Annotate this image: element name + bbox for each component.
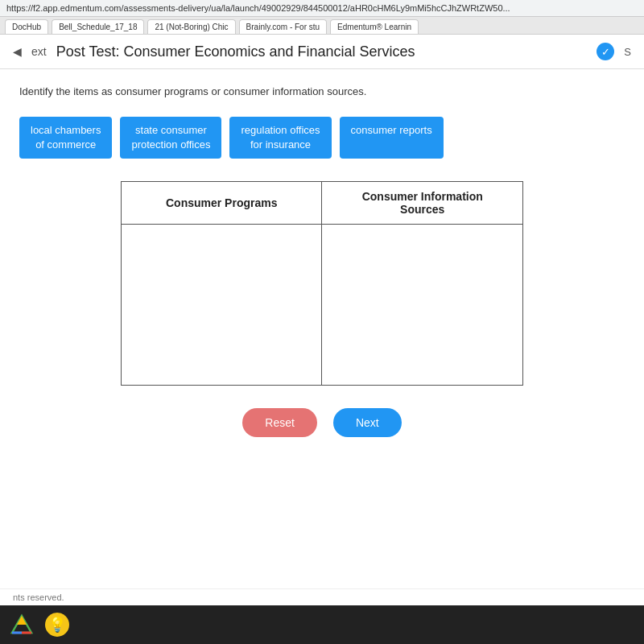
tab-21-boring[interactable]: 21 (Not-Boring) Chic bbox=[147, 19, 235, 34]
tab-brainly[interactable]: Brainly.com - For stu bbox=[239, 19, 328, 34]
main-content: Identify the items as consumer programs … bbox=[0, 69, 644, 588]
url-bar[interactable]: https://f2.app.edmentum.com/assessments-… bbox=[0, 0, 644, 17]
app-header: ◀ ext Post Test: Consumer Economics and … bbox=[0, 35, 644, 69]
tab-bell-schedule[interactable]: Bell_Schedule_17_18 bbox=[52, 19, 144, 34]
check-icon: ✓ bbox=[597, 43, 614, 60]
taskbar-bulb-icon[interactable]: 💡 bbox=[45, 613, 69, 637]
browser-tabs: DocHub Bell_Schedule_17_18 21 (Not-Borin… bbox=[0, 17, 644, 35]
reset-button[interactable]: Reset bbox=[242, 408, 317, 437]
drag-item-consumer-reports[interactable]: consumer reports bbox=[340, 117, 444, 159]
taskbar-drive-icon[interactable] bbox=[10, 613, 34, 637]
drop-zone-info-sources[interactable] bbox=[322, 225, 523, 386]
drag-item-state-consumer[interactable]: state consumer protection offices bbox=[120, 117, 221, 159]
tab-edmentum[interactable]: Edmentum® Learnin bbox=[330, 19, 419, 34]
tab-dochub[interactable]: DocHub bbox=[5, 19, 48, 34]
taskbar: 💡 bbox=[0, 605, 644, 644]
nav-label: ext bbox=[31, 45, 47, 58]
instruction-text: Identify the items as consumer programs … bbox=[19, 85, 625, 97]
drop-table-container: Consumer Programs Consumer Information S… bbox=[19, 181, 625, 386]
status-label: S bbox=[624, 46, 631, 58]
next-button[interactable]: Next bbox=[333, 408, 402, 437]
col-header-programs: Consumer Programs bbox=[122, 182, 322, 225]
drag-item-regulation-offices[interactable]: regulation offices for insurance bbox=[229, 117, 331, 159]
drag-items-area: local chambers of commerce state consume… bbox=[19, 114, 625, 162]
classification-table: Consumer Programs Consumer Information S… bbox=[121, 181, 523, 386]
buttons-row: Reset Next bbox=[19, 408, 625, 437]
nav-back-arrow[interactable]: ◀ bbox=[13, 45, 22, 58]
footer-reserved: nts reserved. bbox=[0, 588, 644, 605]
col-header-info-sources: Consumer Information Sources bbox=[322, 182, 523, 225]
drop-zone-programs[interactable] bbox=[122, 225, 322, 386]
page-title: Post Test: Consumer Economics and Financ… bbox=[56, 43, 588, 60]
drag-item-local-chambers[interactable]: local chambers of commerce bbox=[19, 117, 112, 159]
